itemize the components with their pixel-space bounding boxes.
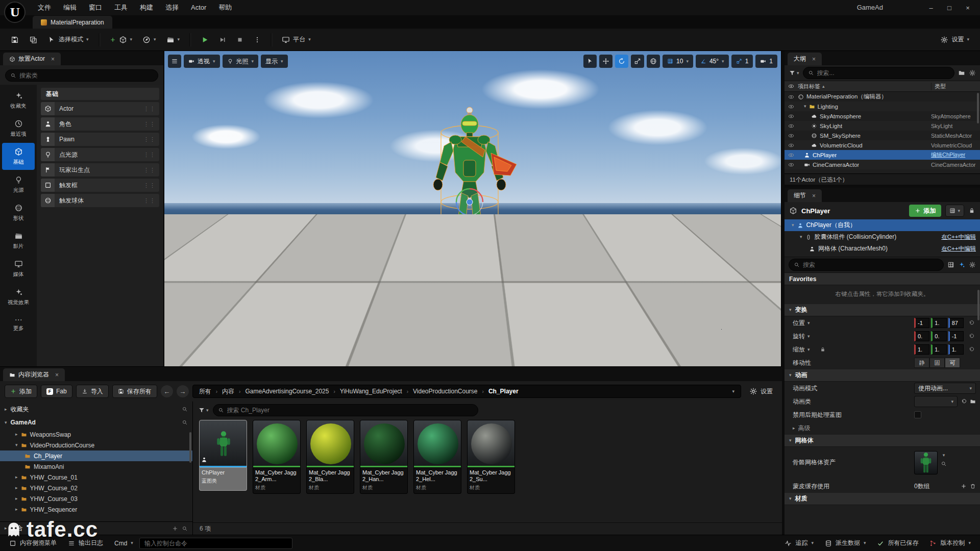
eye-icon[interactable]	[788, 162, 794, 168]
category-more[interactable]: ⋯更多	[2, 311, 35, 338]
reset-rotation-button[interactable]	[967, 333, 976, 339]
category-lights[interactable]: 光源	[2, 171, 35, 198]
animation-section[interactable]: ▾动画	[785, 369, 980, 382]
plus-icon[interactable]	[172, 525, 178, 532]
outliner-filter-button[interactable]: ▾	[789, 69, 799, 77]
category-cinematic[interactable]: 影片	[2, 227, 35, 254]
browse-button[interactable]	[24, 32, 42, 47]
tree-item-chplayer[interactable]: Ch_Player	[0, 450, 192, 461]
root-folder-header[interactable]: ▾ GameAd	[0, 416, 192, 429]
asset-chplayer[interactable]: ChPlayer蓝图类	[199, 420, 247, 494]
breadcrumb-project[interactable]: YiHuWang_EduProject	[340, 388, 402, 395]
drag-handle-icon[interactable]: ⋮⋮	[143, 152, 159, 158]
scrollbar[interactable]	[977, 290, 979, 320]
category-media[interactable]: 媒体	[2, 255, 35, 282]
details-settings-button[interactable]	[969, 261, 976, 268]
view-mode-dropdown[interactable]: 光照▾	[223, 55, 259, 68]
trash-icon[interactable]	[970, 483, 976, 489]
mobility-stationary-button[interactable]: 固	[929, 358, 945, 368]
close-icon[interactable]: ×	[812, 56, 816, 63]
place-search[interactable]	[5, 69, 158, 82]
tab-materialpreparation[interactable]: MaterialPreparation	[33, 16, 112, 29]
eye-icon[interactable]	[788, 123, 794, 129]
mesh-section[interactable]: ▾网格体	[785, 435, 980, 447]
viewport-options-button[interactable]	[168, 55, 181, 68]
import-button[interactable]: 导入	[76, 385, 109, 398]
asset-filter-button[interactable]: ▾	[198, 407, 209, 414]
chevron-down-icon[interactable]: ▾	[943, 453, 945, 458]
rotation-x-field[interactable]: 0.	[914, 331, 929, 341]
asset-mat-bla[interactable]: Mat_Cyber Jagg2_Bla...材质	[306, 420, 354, 494]
rotation-snap-toggle[interactable]: 45°▾	[696, 55, 729, 68]
outliner-tab[interactable]: 大纲 ×	[788, 53, 822, 65]
select-tool-button[interactable]	[583, 55, 597, 68]
location-x-field[interactable]: -1	[914, 318, 929, 328]
outliner-search[interactable]	[803, 67, 954, 79]
details-search-input[interactable]	[803, 261, 939, 268]
menu-file[interactable]: 文件	[32, 0, 57, 15]
breadcrumb-content[interactable]: 内容	[222, 387, 234, 396]
search-icon[interactable]	[182, 525, 188, 532]
drag-handle-icon[interactable]: ⋮⋮	[143, 106, 159, 112]
tree-item-videoproductioncourse[interactable]: ▾VideoProductionCourse	[0, 440, 192, 450]
stop-button[interactable]	[232, 32, 248, 47]
tree-item-yhw-course-02[interactable]: ▸YHW_Course_02	[0, 483, 192, 493]
move-tool-button[interactable]	[599, 55, 612, 68]
eye-icon[interactable]	[788, 94, 794, 100]
outliner-row-chplayer[interactable]: ChPlayer编辑ChPlayer	[785, 150, 980, 160]
scale-y-field[interactable]: 1.	[931, 344, 946, 355]
drag-handle-icon[interactable]: ⋮⋮	[143, 136, 159, 143]
outliner-row-lighting[interactable]: ▾Lighting	[785, 102, 980, 111]
rotation-y-field[interactable]: 0.	[931, 331, 946, 341]
tree-item-mixamoani[interactable]: MixamoAni	[0, 461, 192, 472]
category-basic[interactable]: 基础	[2, 143, 35, 170]
rotation-dropdown[interactable]: 旋转▾	[793, 332, 911, 341]
post-process-checkbox[interactable]	[914, 411, 921, 418]
save-button[interactable]	[6, 32, 23, 47]
save-all-button[interactable]: 保存所有	[112, 385, 157, 398]
rotate-gizmo[interactable]	[456, 189, 483, 215]
settings-dropdown[interactable]: 设置 ▾	[936, 32, 974, 47]
edit-in-cpp-link[interactable]: 在C++中编辑	[941, 233, 976, 241]
menu-actor[interactable]: Actor	[185, 0, 212, 15]
tree-item-weaponsswap[interactable]: ▸WeaponsSwap	[0, 429, 192, 440]
outliner-settings-button[interactable]	[969, 69, 976, 77]
show-dropdown[interactable]: 显示▾	[261, 55, 288, 68]
location-y-field[interactable]: 1.	[931, 318, 946, 328]
breadcrumb-videoproduction[interactable]: VideoProductionCourse	[413, 388, 478, 395]
place-item-trigger-sphere[interactable]: 触发球体⋮⋮	[41, 194, 159, 207]
search-icon[interactable]	[182, 406, 188, 412]
category-shapes[interactable]: 形状	[2, 199, 35, 226]
add-actor-dropdown[interactable]: ▾	[105, 32, 137, 47]
scale-snap-toggle[interactable]: 1	[731, 55, 753, 68]
asset-mat-su[interactable]: Mat_Cyber Jagg2_Su...材质	[467, 420, 515, 494]
drag-handle-icon[interactable]: ⋮⋮	[143, 167, 159, 173]
component-mesh[interactable]: 网格体 (CharacterMesh0)在C++中编辑	[785, 243, 980, 255]
outliner-row-skyatmosphere[interactable]: SkyAtmosphereSkyAtmosphere	[785, 111, 980, 121]
place-item-actor[interactable]: Actor⋮⋮	[41, 102, 159, 115]
refresh-icon[interactable]	[961, 398, 967, 405]
breadcrumb-chplayer[interactable]: Ch_Player	[488, 388, 519, 395]
details-view-options-button[interactable]: ▾	[945, 205, 964, 217]
outliner-row-volumetriccloud[interactable]: VolumetricCloudVolumetricCloud	[785, 140, 980, 150]
back-button[interactable]: ←	[161, 385, 173, 397]
revision-control-dropdown[interactable]: 版本控制▾	[924, 535, 976, 551]
favorites-toggle-button[interactable]	[958, 261, 965, 268]
console-input[interactable]	[139, 538, 292, 549]
edit-in-cpp-link[interactable]: 在C++中编辑	[941, 245, 976, 253]
place-item-pawn[interactable]: Pawn⋮⋮	[41, 133, 159, 146]
menu-tools[interactable]: 工具	[108, 0, 134, 15]
category-visual-effects[interactable]: 视觉效果	[2, 283, 35, 310]
scrollbar[interactable]	[977, 93, 979, 123]
asset-mat-arm[interactable]: Mat_Cyber Jagg2_Arm...材质	[253, 420, 301, 494]
outliner-row-skysphere[interactable]: SM_SkySphereStaticMeshActor	[785, 131, 980, 140]
eye-icon[interactable]	[788, 152, 794, 158]
tree-item-yhw-sequencer[interactable]: ▸YHW_Sequencer	[0, 504, 192, 515]
animation-mode-select[interactable]: 使用动画...▾	[914, 383, 976, 394]
add-content-button[interactable]: 添加	[5, 385, 37, 398]
add-component-button[interactable]: 添加	[909, 205, 941, 217]
materials-section[interactable]: ▾材质	[785, 493, 980, 505]
derived-data-dropdown[interactable]: 派生数据▾	[820, 535, 871, 551]
rotate-tool-button[interactable]	[615, 55, 628, 68]
eye-icon[interactable]	[788, 104, 794, 110]
